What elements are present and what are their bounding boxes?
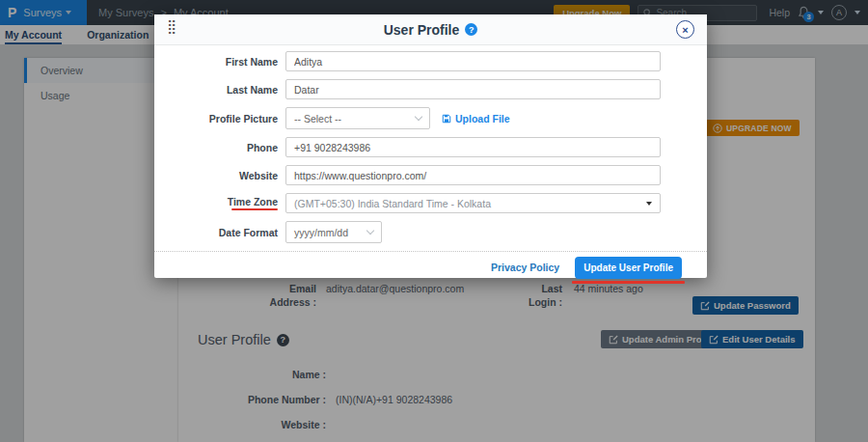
- website-field-row: Website: [154, 165, 707, 185]
- update-user-profile-button[interactable]: Update User Profile: [575, 257, 682, 279]
- close-button[interactable]: ×: [676, 20, 694, 39]
- phone-label: Phone: [154, 142, 278, 153]
- website-label: Website: [154, 170, 278, 181]
- chevron-down-icon: [366, 227, 374, 235]
- update-user-profile-wrap: Update User Profile: [575, 257, 682, 279]
- phone-field-row: Phone: [154, 137, 707, 157]
- user-profile-modal: ⣿ User Profile ? × First Name Last Name …: [154, 14, 707, 278]
- profile-picture-row: Profile Picture -- Select -- Upload File: [154, 107, 707, 129]
- first-name-label: First Name: [154, 56, 278, 68]
- upload-file-label: Upload File: [455, 113, 510, 124]
- time-zone-selected-value: (GMT+05:30) India Standard Time - Kolkat…: [294, 198, 491, 209]
- red-underline-annotation: [231, 208, 278, 211]
- last-name-field[interactable]: [285, 79, 661, 99]
- red-underline-annotation: [572, 281, 685, 284]
- time-zone-row: Time Zone (GMT+05:30) India Standard Tim…: [154, 193, 707, 213]
- first-name-field[interactable]: [285, 51, 661, 71]
- last-name-label: Last Name: [154, 84, 278, 96]
- chevron-down-icon: [415, 113, 422, 121]
- date-format-selected-value: yyyy/mm/dd: [294, 227, 348, 238]
- website-field[interactable]: [285, 165, 661, 185]
- profile-picture-label: Profile Picture: [154, 113, 278, 124]
- date-format-row: Date Format yyyy/mm/dd: [154, 221, 707, 243]
- modal-header: ⣿ User Profile ? ×: [154, 14, 707, 45]
- date-format-label: Date Format: [154, 227, 278, 238]
- modal-help-icon[interactable]: ?: [465, 23, 477, 36]
- phone-field[interactable]: [285, 137, 661, 157]
- upload-file-link[interactable]: Upload File: [442, 113, 510, 124]
- modal-body: First Name Last Name Profile Picture -- …: [154, 45, 707, 251]
- time-zone-select[interactable]: (GMT+05:30) India Standard Time - Kolkat…: [285, 193, 661, 213]
- first-name-row: First Name: [154, 51, 707, 71]
- dropdown-arrow-icon: [646, 202, 652, 206]
- upload-icon: [442, 114, 451, 124]
- modal-footer: Privacy Policy Update User Profile: [154, 251, 707, 283]
- drag-handle-icon[interactable]: ⣿: [167, 19, 176, 33]
- time-zone-label: Time Zone: [154, 196, 278, 211]
- modal-title: User Profile: [384, 22, 460, 38]
- profile-picture-select[interactable]: -- Select --: [285, 107, 430, 129]
- last-name-row: Last Name: [154, 79, 707, 99]
- date-format-select[interactable]: yyyy/mm/dd: [285, 221, 382, 243]
- privacy-policy-link[interactable]: Privacy Policy: [491, 262, 559, 273]
- profile-picture-selected-value: -- Select --: [294, 113, 341, 124]
